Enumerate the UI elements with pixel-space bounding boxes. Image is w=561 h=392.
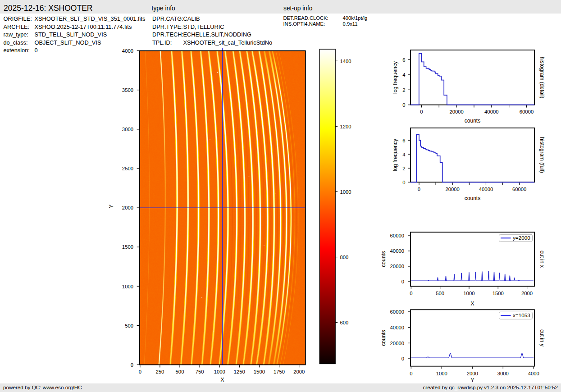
svg-text:DPR.TECH:: DPR.TECH: <box>152 31 183 38</box>
svg-text:counts: counts <box>380 330 387 346</box>
svg-text:0: 0 <box>401 356 404 361</box>
svg-text:0: 0 <box>131 362 133 368</box>
svg-text:STD_TELL_SLIT_NOD_VIS: STD_TELL_SLIT_NOD_VIS <box>35 31 107 38</box>
svg-text:2: 2 <box>402 87 405 93</box>
svg-text:500: 500 <box>176 369 184 374</box>
svg-text:cut in x: cut in x <box>539 251 545 268</box>
svg-text:type info: type info <box>152 5 175 12</box>
svg-text:1000: 1000 <box>122 284 133 289</box>
svg-text:0: 0 <box>410 291 412 296</box>
svg-text:2000: 2000 <box>122 205 133 210</box>
svg-text:XSHOOTER_slt_cal_TelluricStdNo: XSHOOTER_slt_cal_TelluricStdNo <box>183 39 273 46</box>
svg-text:do_class:: do_class: <box>4 39 28 46</box>
svg-text:800: 800 <box>340 255 349 260</box>
svg-text:4: 4 <box>402 152 405 157</box>
svg-text:2: 2 <box>402 166 405 171</box>
svg-text:3000: 3000 <box>122 127 133 132</box>
svg-text:1500: 1500 <box>254 369 265 374</box>
svg-text:500: 500 <box>436 291 444 296</box>
svg-text:4000: 4000 <box>528 371 539 376</box>
svg-text:XSHOOTER_SLT_STD_VIS_351_0001.: XSHOOTER_SLT_STD_VIS_351_0001.fits <box>35 15 146 22</box>
svg-text:DPR.TYPE:: DPR.TYPE: <box>152 23 183 30</box>
svg-text:0: 0 <box>420 109 423 114</box>
svg-text:20000: 20000 <box>449 109 463 114</box>
svg-text:counts: counts <box>465 195 480 201</box>
svg-text:0: 0 <box>35 47 38 54</box>
svg-text:0: 0 <box>401 279 404 284</box>
svg-text:250: 250 <box>155 369 164 374</box>
svg-text:set-up info: set-up info <box>283 5 313 12</box>
svg-text:1500: 1500 <box>493 291 504 296</box>
svg-text:x=1053: x=1053 <box>513 312 530 318</box>
svg-text:3000: 3000 <box>497 371 509 376</box>
svg-text:counts: counts <box>465 118 480 124</box>
svg-text:40000: 40000 <box>390 248 404 254</box>
svg-text:y=2000: y=2000 <box>513 235 530 241</box>
svg-text:0.9x11: 0.9x11 <box>343 21 358 27</box>
svg-text:40000: 40000 <box>479 187 493 192</box>
svg-text:0: 0 <box>402 102 405 108</box>
svg-text:TPL.ID:: TPL.ID: <box>152 39 172 46</box>
svg-text:2500: 2500 <box>122 166 133 171</box>
svg-text:1000: 1000 <box>436 371 447 376</box>
svg-text:3500: 3500 <box>122 87 133 93</box>
svg-text:400k/1pt/lg: 400k/1pt/lg <box>343 15 368 21</box>
svg-text:0: 0 <box>402 180 405 185</box>
svg-text:0: 0 <box>410 371 412 376</box>
svg-text:1000: 1000 <box>340 189 351 195</box>
svg-text:60000: 60000 <box>390 309 404 315</box>
svg-text:2025-12-16: XSHOOTER: 2025-12-16: XSHOOTER <box>4 4 92 13</box>
svg-text:DET.READ.CLOCK:: DET.READ.CLOCK: <box>283 15 328 21</box>
svg-text:INS.OPTI4.NAME:: INS.OPTI4.NAME: <box>283 21 325 27</box>
svg-text:2000: 2000 <box>521 291 533 296</box>
svg-text:6: 6 <box>402 138 405 143</box>
svg-text:20000: 20000 <box>390 341 404 346</box>
svg-text:1000: 1000 <box>463 291 474 296</box>
svg-text:ECHELLE,SLIT,NODDING: ECHELLE,SLIT,NODDING <box>183 31 251 38</box>
svg-text:20000: 20000 <box>445 187 459 192</box>
svg-text:created by qc_rawdisp.py v1.2.: created by qc_rawdisp.py v1.2.3 on 2025-… <box>423 384 558 390</box>
svg-text:60000: 60000 <box>390 233 404 238</box>
svg-text:STD,TELLURIC: STD,TELLURIC <box>183 23 224 30</box>
svg-text:1400: 1400 <box>340 59 351 64</box>
svg-text:histogram (full): histogram (full) <box>539 137 545 173</box>
svg-text:raw_type:: raw_type: <box>4 31 28 38</box>
svg-text:Y: Y <box>470 377 474 383</box>
svg-text:40000: 40000 <box>390 325 404 330</box>
svg-text:Y: Y <box>108 205 114 208</box>
svg-text:DPR.CATG:: DPR.CATG: <box>152 15 183 22</box>
svg-text:CALIB: CALIB <box>183 15 200 22</box>
svg-text:4000: 4000 <box>122 48 133 54</box>
svg-text:60000: 60000 <box>520 109 534 114</box>
svg-text:histogram (detail): histogram (detail) <box>539 57 545 99</box>
svg-text:log frequency: log frequency <box>392 139 398 171</box>
svg-text:40000: 40000 <box>484 109 498 114</box>
svg-text:2000: 2000 <box>467 371 478 376</box>
svg-text:0: 0 <box>139 369 141 374</box>
svg-text:1000: 1000 <box>214 369 225 374</box>
svg-text:1250: 1250 <box>234 369 245 374</box>
svg-text:X: X <box>470 301 474 307</box>
svg-text:extension:: extension: <box>4 47 30 54</box>
svg-text:log frequency: log frequency <box>392 61 398 94</box>
svg-text:ARCFILE:: ARCFILE: <box>4 23 30 30</box>
svg-text:4: 4 <box>402 72 405 77</box>
svg-text:cut in y: cut in y <box>539 329 545 346</box>
svg-text:0: 0 <box>418 187 420 192</box>
svg-text:600: 600 <box>340 320 349 325</box>
svg-text:20000: 20000 <box>390 264 404 269</box>
svg-text:6: 6 <box>402 57 405 63</box>
svg-text:2000: 2000 <box>293 369 305 374</box>
svg-text:OBJECT_SLIT_NOD_VIS: OBJECT_SLIT_NOD_VIS <box>35 39 101 46</box>
svg-text:X: X <box>220 377 224 383</box>
svg-text:counts: counts <box>380 251 387 267</box>
svg-text:XSHOO.2025-12-17T00:11:11.774.: XSHOO.2025-12-17T00:11:11.774.fits <box>35 23 132 30</box>
svg-text:ORIGFILE:: ORIGFILE: <box>4 15 32 22</box>
svg-text:1200: 1200 <box>340 124 351 129</box>
svg-text:1750: 1750 <box>274 369 285 374</box>
svg-text:500: 500 <box>125 323 133 328</box>
svg-text:750: 750 <box>196 369 204 374</box>
svg-text:powered by QC: www.eso.org/HC: powered by QC: www.eso.org/HC <box>3 384 82 390</box>
svg-text:1500: 1500 <box>122 244 133 250</box>
svg-text:60000: 60000 <box>512 187 526 192</box>
